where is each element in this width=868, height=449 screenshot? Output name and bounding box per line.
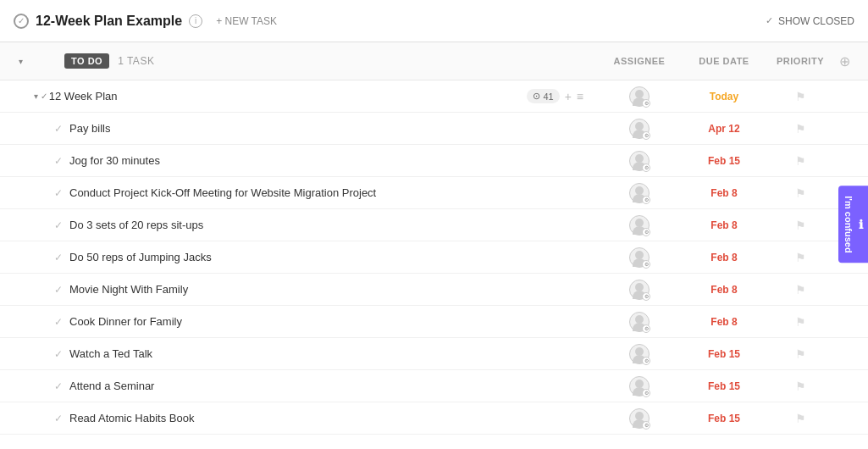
column-headers: ASSIGNEE DUE DATE PRIORITY ⊕ [597,51,854,71]
page-title: 12-Week Plan Example [36,14,182,29]
check-icon: ✓ [54,252,63,263]
task-name: Watch a Ted Talk [69,347,597,360]
priority-cell: ⚑ [766,154,834,168]
check-icon: ✓ [54,316,63,328]
assignee-cell: ⚙ [597,183,682,203]
table-row[interactable]: ▾ ✓ 12 Week Plan ⊙ 41 + ≡ ⚙ Today ⚑ [0,80,868,113]
task-name: Cook Dinner for Family [69,315,597,328]
page-header: 12-Week Plan Example i + NEW TASK ✓ SHOW… [0,0,868,42]
flag-icon[interactable]: ⚑ [795,154,806,168]
avatar: ⚙ [629,344,650,364]
info-circle-icon: ℹ [859,218,863,231]
table-row[interactable]: ✓ Jog for 30 minutes ⚙ Feb 15 ⚑ [0,145,868,177]
check-icon: ✓ [54,187,63,199]
subtask-icon: ⊙ [533,91,540,102]
assignee-cell: ⚙ [597,247,682,268]
show-closed-button[interactable]: ✓ SHOW CLOSED [766,15,854,27]
status-icon [14,14,29,29]
list-icon[interactable]: ≡ [577,90,583,103]
header-left: 12-Week Plan Example i + NEW TASK [14,12,766,30]
task-name: Read Atomic Habits Book [69,412,597,424]
table-row[interactable]: ✓ Movie Night With Family ⚙ Feb 8 ⚑ [0,274,868,306]
table-row[interactable]: ✓ Attend a Seminar ⚙ Feb 15 ⚑ [0,370,868,402]
due-date-cell: Feb 8 [682,284,766,296]
flag-icon[interactable]: ⚑ [795,412,806,425]
task-name: Pay bills [69,122,597,135]
group-count: 1 TASK [118,55,154,67]
group-label: TO DO [64,53,109,69]
flag-icon[interactable]: ⚑ [795,380,806,393]
flag-icon[interactable]: ⚑ [795,90,806,103]
check-icon: ✓ [54,155,63,167]
avatar: ⚙ [629,119,650,139]
task-name: Conduct Project Kick-Off Meeting for Web… [69,186,597,199]
gear-icon: ⚙ [642,260,650,269]
due-date-cell: Today [682,91,766,103]
assignee-cell: ⚙ [597,408,682,429]
avatar: ⚙ [629,247,650,268]
add-subtask-icon[interactable]: + [565,90,572,103]
assignee-cell: ⚙ [597,312,682,332]
flag-icon[interactable]: ⚑ [795,186,806,200]
gear-icon: ⚙ [642,164,650,172]
check-icon: ✓ [54,284,63,296]
due-date-cell: Apr 12 [682,123,766,135]
due-date-cell: Feb 15 [682,380,766,392]
check-icon: ✓ [54,123,63,135]
flag-icon[interactable]: ⚑ [795,315,806,329]
task-name: 12 Week Plan [49,90,528,103]
avatar: ⚙ [629,280,650,300]
avatar: ⚙ [629,215,650,236]
task-name: Attend a Seminar [69,380,597,392]
due-date-cell: Feb 15 [682,348,766,360]
flag-icon[interactable]: ⚑ [795,219,806,232]
table-row[interactable]: ✓ Do 50 reps of Jumping Jacks ⚙ Feb 8 ⚑ [0,241,868,274]
priority-cell: ⚑ [766,283,834,297]
feedback-tab[interactable]: ℹ I'm confused [838,186,868,263]
check-icon: ✓ [54,380,63,392]
assignee-cell: ⚙ [597,86,682,107]
priority-cell: ⚑ [766,90,834,103]
flag-icon[interactable]: ⚑ [795,283,806,297]
table-row[interactable]: ✓ Do 3 sets of 20 reps sit-ups ⚙ Feb 8 ⚑ [0,209,868,241]
due-date-header: DUE DATE [682,56,766,66]
check-icon: ✓ [54,219,63,231]
task-name: Do 3 sets of 20 reps sit-ups [69,219,597,231]
avatar: ⚙ [629,86,650,107]
gear-icon: ⚙ [642,421,650,430]
assignee-cell: ⚙ [597,376,682,396]
add-column-icon[interactable]: ⊕ [834,51,854,71]
due-date-cell: Feb 8 [682,252,766,263]
priority-cell: ⚑ [766,219,834,232]
flag-icon[interactable]: ⚑ [795,122,806,136]
table-row[interactable]: ✓ Read Atomic Habits Book ⚙ Feb 15 ⚑ [0,402,868,435]
table-row[interactable]: ✓ Watch a Ted Talk ⚙ Feb 15 ⚑ [0,338,868,370]
priority-cell: ⚑ [766,186,834,200]
priority-cell: ⚑ [766,122,834,136]
new-task-button[interactable]: + NEW TASK [209,12,284,30]
flag-icon[interactable]: ⚑ [795,251,806,264]
assignee-cell: ⚙ [597,280,682,300]
check-icon: ✓ [54,348,63,360]
collapse-icon[interactable]: ▾ [14,54,27,68]
table-row[interactable]: ✓ Pay bills ⚙ Apr 12 ⚑ [0,113,868,145]
expand-arrow-icon[interactable]: ▾ ✓ [34,91,47,101]
priority-cell: ⚑ [766,251,834,264]
table-row[interactable]: ✓ Cook Dinner for Family ⚙ Feb 8 ⚑ [0,306,868,338]
task-meta: ⊙ 41 + ≡ [527,89,583,103]
info-icon[interactable]: i [189,14,202,28]
assignee-cell: ⚙ [597,151,682,171]
priority-cell: ⚑ [766,347,834,361]
subtask-count[interactable]: ⊙ 41 [527,89,559,103]
task-name: Jog for 30 minutes [69,154,597,167]
table-row[interactable]: ✓ Conduct Project Kick-Off Meeting for W… [0,177,868,209]
show-closed-label: SHOW CLOSED [778,15,854,27]
subtask-number: 41 [543,91,553,102]
gear-icon: ⚙ [642,131,650,140]
assignee-header: ASSIGNEE [597,56,682,66]
feedback-label: I'm confused [843,196,854,252]
flag-icon[interactable]: ⚑ [795,347,806,361]
due-date-cell: Feb 8 [682,219,766,231]
gear-icon: ⚙ [642,292,650,301]
gear-icon: ⚙ [642,99,650,108]
